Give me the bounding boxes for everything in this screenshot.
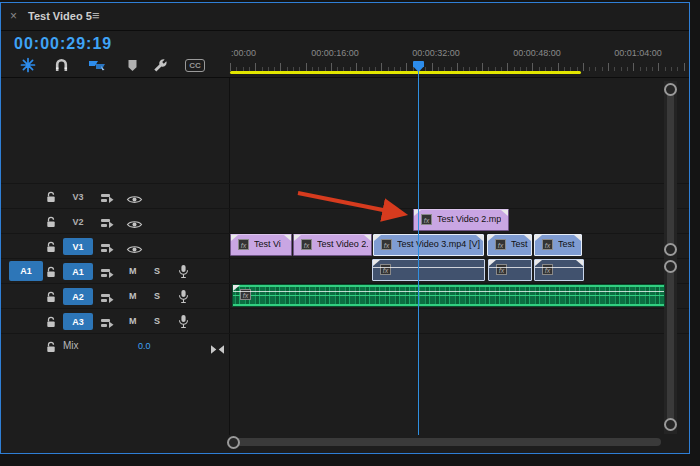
mute-button[interactable]: M [129,316,137,326]
lock-icon[interactable] [45,265,57,283]
media-start-notch [489,260,496,266]
timeline-settings-wrench-icon[interactable] [150,55,170,75]
media-start-notch [374,235,381,241]
toggle-track-output-icon[interactable] [126,191,143,209]
toggle-track-output-icon[interactable] [126,241,143,259]
track-target-a1[interactable]: A1 [63,263,93,280]
video-scrollbar-bottom-handle[interactable] [664,243,677,256]
playhead-timecode[interactable]: 00:00:29:19 [14,35,112,53]
fx-badge-icon: fx [421,214,432,225]
track-target-a2[interactable]: A2 [63,288,93,305]
volume-rubber-band[interactable] [489,267,531,268]
toggle-track-output-icon[interactable] [126,216,143,234]
linked-selection-icon[interactable] [87,55,107,75]
clip-test[interactable]: fxTest [487,234,532,256]
lock-icon[interactable] [45,340,57,358]
premiere-timeline-panel: × Test Video 5 ≡ 00:00:29:19 CC :00:0000… [0,0,700,466]
lock-icon[interactable] [45,190,57,208]
media-end-notch [501,210,508,216]
ruler-ticks [230,61,690,71]
media-start-notch [535,235,542,241]
fx-badge-icon: fx [301,239,312,250]
timeline-panel: × Test Video 5 ≡ 00:00:29:19 CC :00:0000… [0,2,690,454]
horizontal-scrollbar-left-handle[interactable] [227,436,240,449]
media-start-notch [373,260,380,266]
clip-a1-audio[interactable]: fx [534,259,584,281]
track-target-v2[interactable]: V2 [63,213,93,230]
playhead-head[interactable] [412,60,425,73]
clip-test-video-2-mp[interactable]: fxTest Video 2.mp [413,209,509,231]
clip-label: Test [558,239,575,249]
keyframe-nav-icon[interactable] [210,341,225,359]
fx-badge-icon: fx [381,239,392,250]
sync-lock-icon[interactable] [100,290,115,308]
source-patch-a1[interactable]: A1 [9,261,43,281]
panel-menu-icon[interactable]: ≡ [92,8,100,23]
sync-lock-icon[interactable] [100,215,115,233]
volume-rubber-band[interactable] [535,267,583,268]
ruler-label: 00:01:04:00 [614,48,662,58]
lock-icon[interactable] [45,315,57,333]
voiceover-record-icon[interactable] [178,289,189,308]
clip-test[interactable]: fxTest [534,234,582,256]
sync-lock-icon[interactable] [100,265,115,283]
voiceover-record-icon[interactable] [178,264,189,283]
media-end-notch [524,235,531,241]
solo-button[interactable]: S [154,291,160,301]
video-scrollbar-top-handle[interactable] [664,83,677,96]
close-panel-icon[interactable]: × [10,9,17,23]
clip-label: Test Vi [254,239,281,249]
clip-test-video-3-mp4-v-[interactable]: fxTest Video 3.mp4 [V] [373,234,484,256]
horizontal-scrollbar[interactable] [231,438,661,446]
track-row-mix: Mix0.0 [1,333,690,358]
clip-a1-audio[interactable]: fx [488,259,532,281]
solo-button[interactable]: S [154,316,160,326]
clip-label: Test Video 2. [317,239,368,249]
media-start-notch [294,235,301,241]
lock-icon[interactable] [45,215,57,233]
voiceover-record-icon[interactable] [178,314,189,333]
solo-button[interactable]: S [154,266,160,276]
panel-tab-bar: × Test Video 5 ≡ [1,3,689,31]
sync-lock-icon[interactable] [100,190,115,208]
media-end-notch [574,235,581,241]
track-target-a3[interactable]: A3 [63,313,93,330]
clip-label: Test Video 2.mp [437,214,501,224]
mute-button[interactable]: M [129,291,137,301]
media-start-notch [488,235,495,241]
snap-magnet-icon[interactable] [51,55,71,75]
marker-icon[interactable] [122,55,142,75]
clip-a2-audio[interactable]: fx [232,284,665,307]
audio-tracks-scrollbar[interactable] [667,266,674,421]
track-row-v3: V3 [1,183,690,208]
track-target-v3[interactable]: V3 [63,188,93,205]
volume-rubber-band[interactable] [233,291,664,292]
lock-icon[interactable] [45,240,57,258]
sync-lock-icon[interactable] [100,240,115,258]
media-end-notch [284,235,291,241]
track-row-a3: A3MS [1,308,690,333]
track-row-a1: A1A1MS [1,258,690,283]
volume-rubber-band[interactable] [373,267,484,268]
fx-badge-icon: fx [496,264,507,275]
audio-scrollbar-bottom-handle[interactable] [664,418,677,431]
sequence-tab-title[interactable]: Test Video 5 [28,10,92,22]
clip-test-video-2-[interactable]: fxTest Video 2. [293,234,372,256]
clip-label: Test Video 3.mp4 [V] [397,239,480,249]
mute-button[interactable]: M [129,266,137,276]
playhead-line[interactable] [418,61,420,435]
lock-icon[interactable] [45,290,57,308]
track-target-v1[interactable]: V1 [63,238,93,255]
nest-insert-icon[interactable] [18,55,38,75]
captions-icon[interactable]: CC [185,55,205,75]
audio-scrollbar-top-handle[interactable] [664,260,677,273]
clip-test-vi[interactable]: fxTest Vi [230,234,292,256]
clip-a1-audio[interactable]: fx [372,259,485,281]
mix-volume-value[interactable]: 0.0 [138,341,151,351]
sync-lock-icon[interactable] [100,315,115,333]
fx-badge-icon: fx [542,264,553,275]
track-row-v2: V2 [1,208,690,233]
video-tracks-scrollbar[interactable] [667,89,674,247]
media-start-notch [231,235,238,241]
work-area-bar[interactable] [230,71,581,74]
